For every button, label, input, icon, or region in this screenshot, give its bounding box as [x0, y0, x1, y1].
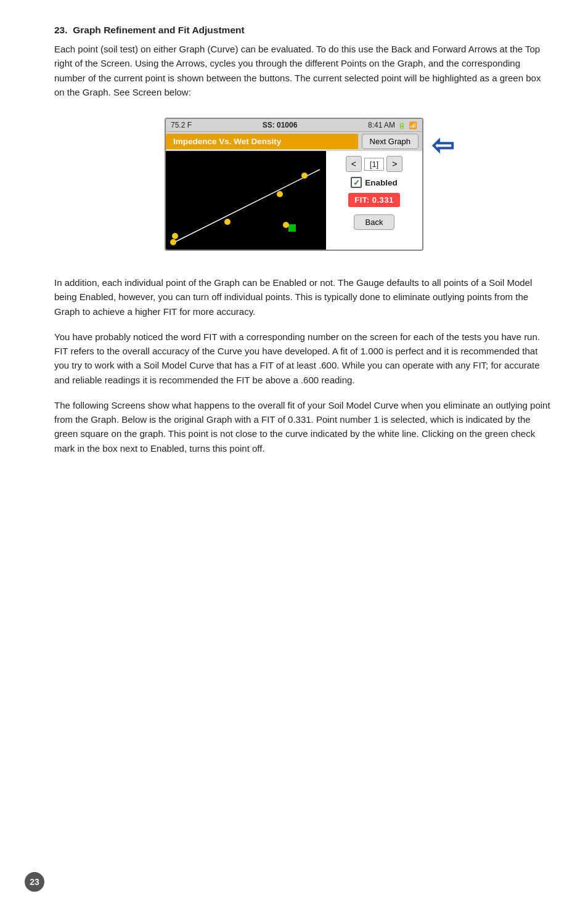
navigation-row: < [1] >	[346, 156, 402, 172]
ss-display: SS: 01006	[263, 121, 298, 129]
status-bar: 75.2 F SS: 01006 8:41 AM 🔋 📶	[166, 119, 422, 131]
enabled-checkbox[interactable]: ✓	[351, 177, 362, 188]
time-display: 8:41 AM	[368, 121, 395, 129]
paragraph-3: You have probably noticed the word FIT w…	[54, 330, 551, 387]
selected-point-marker	[288, 224, 296, 232]
graph-title-label: Impedence Vs. Wet Density	[166, 134, 358, 149]
dot-5	[301, 173, 308, 179]
fit-badge: FIT: 0.331	[348, 193, 400, 207]
graph-canvas	[166, 151, 326, 250]
section-heading: 23. Graph Refinement and Fit Adjustment	[54, 25, 551, 36]
trend-line-svg	[166, 151, 326, 250]
device-screen: 75.2 F SS: 01006 8:41 AM 🔋 📶 Impedence V…	[165, 118, 423, 251]
title-bar: Impedence Vs. Wet Density Next Graph	[166, 131, 422, 151]
enabled-row: ✓ Enabled	[351, 177, 398, 188]
paragraph-1: Each point (soil test) on either Graph (…	[54, 42, 551, 99]
time-area: 8:41 AM 🔋 📶	[368, 121, 417, 129]
svg-line-0	[172, 169, 320, 243]
nav-index-display: [1]	[364, 158, 384, 171]
back-button[interactable]: Back	[354, 214, 395, 230]
section-number: 23.	[54, 25, 68, 35]
signal-icon: 📶	[409, 121, 417, 129]
dot-2	[172, 233, 178, 239]
section-title-text: Graph Refinement and Fit Adjustment	[73, 25, 244, 35]
dot-4	[277, 191, 283, 197]
dot-3	[224, 219, 231, 225]
arrow-indicator: ⇦	[431, 129, 454, 161]
nav-prev-button[interactable]: <	[346, 156, 362, 172]
enabled-label: Enabled	[365, 178, 398, 187]
controls-panel: < [1] > ✓ Enabled FIT: 0.331 Back	[326, 151, 422, 250]
dot-1	[170, 239, 176, 245]
dot-6	[283, 222, 289, 228]
next-graph-button[interactable]: Next Graph	[362, 134, 419, 149]
temperature-display: 75.2 F	[171, 121, 192, 129]
nav-next-button[interactable]: >	[386, 156, 402, 172]
page-number: 23	[25, 872, 44, 892]
screen-body: < [1] > ✓ Enabled FIT: 0.331 Back	[166, 151, 422, 250]
paragraph-4: The following Screens show what happens …	[54, 398, 551, 455]
battery-icon: 🔋	[398, 121, 406, 129]
paragraph-2: In addition, each individual point of th…	[54, 275, 551, 319]
screen-mockup: 75.2 F SS: 01006 8:41 AM 🔋 📶 Impedence V…	[37, 118, 551, 251]
